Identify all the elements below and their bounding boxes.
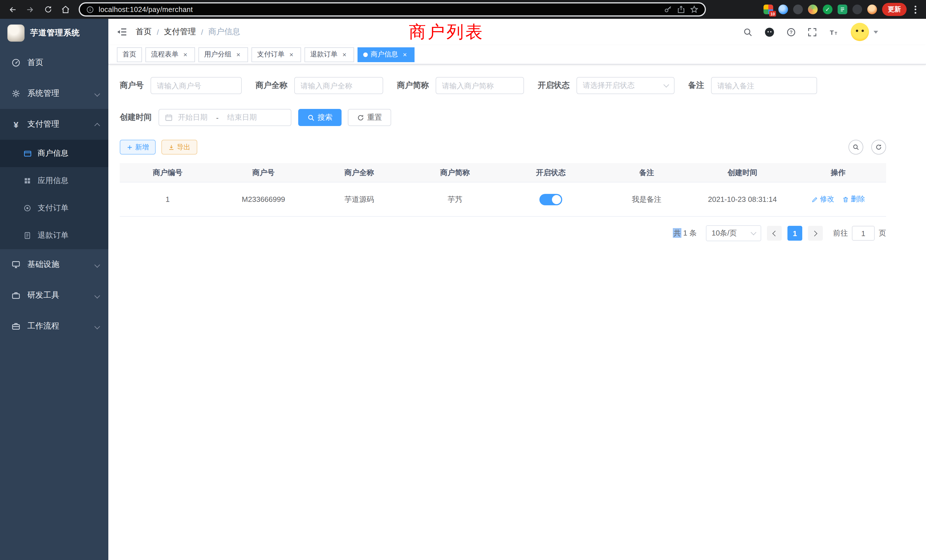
date-range-picker[interactable]: 开始日期 - 结束日期 (159, 109, 291, 126)
date-separator: - (216, 113, 219, 122)
filter-row-1: 商户号 商户全称 商户简称 开启状态 请选择开启状态 (120, 77, 886, 94)
extension-colorful-circle-icon[interactable] (808, 5, 818, 14)
svg-text:?: ? (790, 29, 793, 35)
tab-pay-order[interactable]: 支付订单 × (251, 47, 301, 62)
app-logo-image (8, 24, 24, 42)
briefcase-icon (11, 322, 21, 331)
sidebar-item-pay-order[interactable]: 支付订单 (0, 194, 108, 222)
extension-avatar-icon[interactable] (867, 5, 877, 14)
sidebar-item-pay[interactable]: ¥ 支付管理 (0, 109, 108, 140)
navbar-tools: ? TT (743, 23, 878, 41)
prev-page-button[interactable] (767, 226, 782, 241)
target-icon (23, 204, 32, 212)
browser-refresh-icon[interactable] (41, 3, 55, 16)
extension-green-doc-icon[interactable] (838, 5, 847, 14)
address-bar[interactable]: localhost:1024/pay/merchant (79, 2, 706, 17)
bookmark-star-icon[interactable] (690, 5, 699, 14)
browser-home-icon[interactable] (59, 3, 73, 16)
merchant-no-input[interactable] (151, 77, 242, 94)
add-button[interactable]: 新增 (120, 140, 156, 154)
search-icon[interactable] (743, 27, 753, 37)
sidebar-item-devtools[interactable]: 研发工具 (0, 280, 108, 311)
close-icon[interactable]: × (235, 50, 242, 59)
tab-user-group[interactable]: 用户分组 × (198, 47, 248, 62)
sidebar-item-infra[interactable]: 基础设施 (0, 249, 108, 280)
password-key-icon[interactable] (664, 5, 672, 14)
remark-input[interactable] (711, 77, 817, 94)
svg-text:T: T (830, 29, 834, 36)
next-page-button[interactable] (808, 226, 823, 241)
tab-process-form[interactable]: 流程表单 × (145, 47, 195, 62)
breadcrumb-current: 商户信息 (209, 27, 241, 37)
selection-highlight: 共 (673, 228, 681, 238)
export-button[interactable]: 导出 (161, 140, 197, 154)
column-header-full-name: 商户全称 (311, 163, 407, 182)
full-name-input[interactable] (294, 77, 383, 94)
github-icon[interactable] (764, 27, 775, 37)
user-avatar[interactable] (851, 23, 869, 41)
sidebar-item-app-info[interactable]: 应用信息 (0, 167, 108, 194)
current-page-button[interactable]: 1 (787, 226, 802, 241)
sidebar-item-label: 支付管理 (27, 119, 59, 129)
close-icon[interactable]: × (401, 50, 409, 59)
close-icon[interactable]: × (287, 50, 295, 59)
goto-page-input[interactable] (852, 226, 875, 241)
sidebar-item-label: 系统管理 (27, 88, 59, 98)
cell-id: 1 (120, 183, 216, 216)
dashboard-icon (11, 58, 21, 67)
tab-refund-order[interactable]: 退款订单 × (304, 47, 354, 62)
tab-merchant-info[interactable]: 商户信息 × (357, 47, 415, 62)
status-toggle[interactable] (539, 194, 562, 205)
page-size-select[interactable]: 10条/页 (706, 225, 761, 241)
browser-forward-icon[interactable] (23, 3, 37, 16)
browser-back-icon[interactable] (6, 3, 20, 16)
sidebar-item-refund-order[interactable]: 退款订单 (0, 222, 108, 249)
breadcrumb-pay[interactable]: 支付管理 (164, 27, 196, 37)
font-size-icon[interactable]: TT (829, 27, 839, 37)
sidebar-item-label: 基础设施 (27, 259, 59, 270)
edit-button[interactable]: 修改 (811, 194, 834, 204)
hamburger-icon[interactable] (117, 27, 127, 37)
extension-grid-icon[interactable]: 10 (764, 5, 773, 14)
extension-dark-circle-icon[interactable] (793, 5, 803, 14)
close-icon[interactable]: × (340, 50, 348, 59)
breadcrumb-separator: / (201, 28, 203, 36)
sidebar-item-label: 应用信息 (38, 176, 68, 186)
cell-full-name: 芋道源码 (311, 183, 407, 216)
avatar-caret-icon (873, 30, 878, 33)
browser-update-button[interactable]: 更新 (882, 3, 906, 16)
sidebar-item-workflow[interactable]: 工作流程 (0, 311, 108, 342)
status-select[interactable]: 请选择开启状态 (576, 77, 675, 94)
search-button[interactable]: 搜索 (298, 109, 342, 126)
short-name-label: 商户简称 (397, 80, 429, 91)
short-name-input[interactable] (436, 77, 524, 94)
start-date-field[interactable]: 开始日期 (178, 112, 207, 123)
cell-actions: 修改 删除 (790, 183, 886, 216)
extension-green-check-icon[interactable]: ✓ (823, 5, 832, 14)
site-info-icon[interactable] (86, 5, 94, 14)
end-date-field[interactable]: 结束日期 (227, 112, 257, 123)
breadcrumb-home[interactable]: 首页 (136, 27, 152, 37)
sidebar-item-home[interactable]: 首页 (0, 47, 108, 78)
browser-menu-icon[interactable] (912, 5, 919, 14)
fullscreen-icon[interactable] (807, 27, 817, 37)
column-header-status: 开启状态 (503, 163, 599, 182)
refresh-table-button[interactable] (871, 140, 886, 154)
card-icon (23, 149, 32, 158)
sidebar-item-system[interactable]: 系统管理 (0, 78, 108, 109)
delete-button[interactable]: 删除 (842, 194, 865, 204)
share-icon[interactable] (677, 5, 685, 14)
table-row: 1 M233666999 芋道源码 芋艿 我是备注 2021-10-23 08:… (120, 183, 886, 217)
extension-blue-drop-icon[interactable] (778, 5, 788, 14)
sidebar-item-merchant-info[interactable]: 商户信息 (0, 140, 108, 167)
tab-home[interactable]: 首页 (117, 47, 142, 62)
close-icon[interactable]: × (181, 50, 189, 59)
url-text: localhost:1024/pay/merchant (98, 5, 659, 14)
sidebar-submenu-pay: ¥ 支付管理 商户信息 应用信息 (0, 109, 108, 249)
toggle-search-button[interactable] (849, 140, 863, 154)
help-icon[interactable]: ? (786, 27, 796, 37)
extension-knot-icon[interactable] (852, 5, 862, 14)
chevron-down-icon (750, 230, 757, 235)
sidebar-item-label: 工作流程 (27, 321, 59, 331)
reset-button[interactable]: 重置 (348, 109, 391, 126)
